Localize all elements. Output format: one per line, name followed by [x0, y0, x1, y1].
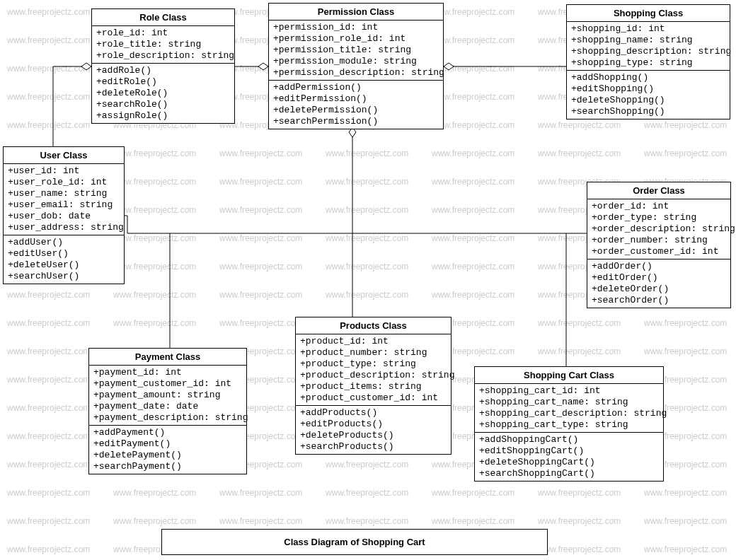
class-permission: Permission Class +permission_id: int+per…: [268, 3, 444, 129]
class-member: +user_id: int: [8, 165, 120, 177]
class-member: +user_address: string: [8, 222, 120, 233]
class-member: +order_description: string: [592, 223, 726, 235]
class-member: +searchUser(): [8, 271, 120, 282]
class-member: +permission_role_id: int: [273, 33, 439, 45]
class-member: +searchShopping(): [571, 106, 725, 117]
class-member: +role_title: string: [96, 39, 230, 50]
class-member: +searchProducts(): [300, 441, 447, 453]
class-member: +deleteOrder(): [592, 284, 726, 295]
attrs: +user_id: int+user_role_id: int+user_nam…: [4, 164, 124, 235]
ops: +addUser()+editUser()+deleteUser()+searc…: [4, 235, 124, 284]
attrs: +role_id: int+role_title: string+role_de…: [92, 26, 234, 64]
class-member: +shopping_description: string: [571, 46, 725, 57]
class-member: +editPermission(): [273, 93, 439, 105]
class-member: +assignRole(): [96, 110, 230, 122]
class-member: +addShoppingCart(): [479, 434, 659, 445]
class-member: +searchPayment(): [93, 461, 242, 472]
attrs: +order_id: int+order_type: string+order_…: [587, 199, 730, 259]
class-member: +deleteProducts(): [300, 430, 447, 441]
attrs: +permission_id: int+permission_role_id: …: [269, 21, 443, 81]
class-member: +shopping_cart_name: string: [479, 397, 659, 408]
class-member: +permission_module: string: [273, 56, 439, 67]
ops: +addShopping()+editShopping()+deleteShop…: [567, 71, 730, 119]
class-title: Order Class: [587, 182, 730, 199]
class-user: User Class +user_id: int+user_role_id: i…: [3, 146, 125, 284]
attrs: +payment_id: int+payment_customer_id: in…: [89, 366, 246, 426]
attrs: +product_id: int+product_number: string+…: [296, 334, 451, 406]
class-member: +addPermission(): [273, 82, 439, 93]
class-member: +role_id: int: [96, 28, 230, 39]
attrs: +shopping_id: int+shopping_name: string+…: [567, 22, 730, 71]
ops: +addProducts()+editProducts()+deleteProd…: [296, 406, 451, 454]
class-products: Products Class +product_id: int+product_…: [295, 317, 452, 455]
class-member: +deletePayment(): [93, 450, 242, 461]
class-title: Products Class: [296, 317, 451, 334]
class-title: Shopping Cart Class: [475, 367, 663, 384]
class-member: +searchShoppingCart(): [479, 468, 659, 479]
class-member: +product_customer_id: int: [300, 392, 447, 404]
class-member: +editOrder(): [592, 272, 726, 284]
class-member: +payment_id: int: [93, 367, 242, 378]
class-member: +shopping_name: string: [571, 35, 725, 46]
ops: +addOrder()+editOrder()+deleteOrder()+se…: [587, 259, 730, 308]
class-member: +product_id: int: [300, 336, 447, 347]
class-member: +searchRole(): [96, 99, 230, 110]
class-member: +addOrder(): [592, 261, 726, 272]
class-title: Permission Class: [269, 4, 443, 21]
class-member: +addShopping(): [571, 72, 725, 83]
class-member: +editUser(): [8, 248, 120, 259]
diagram-caption: Class Diagram of Shopping Cart: [161, 529, 548, 555]
class-member: +user_email: string: [8, 199, 120, 211]
class-member: +product_number: string: [300, 347, 447, 358]
class-member: +addProducts(): [300, 407, 447, 419]
class-member: +permission_id: int: [273, 22, 439, 33]
class-member: +deletePermission(): [273, 105, 439, 116]
class-title: User Class: [4, 147, 124, 164]
ops: +addPermission()+editPermission()+delete…: [269, 81, 443, 129]
class-member: +role_description: string: [96, 50, 230, 62]
class-member: +shopping_type: string: [571, 57, 725, 69]
class-member: +addRole(): [96, 65, 230, 76]
class-member: +user_name: string: [8, 188, 120, 199]
class-member: +product_description: string: [300, 370, 447, 381]
class-member: +order_type: string: [592, 212, 726, 223]
class-title: Role Class: [92, 9, 234, 26]
class-member: +order_customer_id: int: [592, 246, 726, 257]
class-member: +deleteShoppingCart(): [479, 457, 659, 468]
class-member: +payment_description: string: [93, 412, 242, 424]
class-member: +permission_title: string: [273, 45, 439, 56]
class-member: +payment_customer_id: int: [93, 378, 242, 390]
class-member: +order_number: string: [592, 235, 726, 246]
ops: +addPayment()+editPayment()+deletePaymen…: [89, 426, 246, 474]
class-member: +product_items: string: [300, 381, 447, 392]
class-member: +shopping_cart_description: string: [479, 408, 659, 419]
class-member: +editRole(): [96, 76, 230, 88]
class-member: +deleteShopping(): [571, 95, 725, 106]
class-payment: Payment Class +payment_id: int+payment_c…: [88, 348, 247, 474]
class-member: +user_role_id: int: [8, 177, 120, 188]
class-member: +deleteUser(): [8, 259, 120, 271]
class-member: +payment_amount: string: [93, 390, 242, 401]
class-member: +searchOrder(): [592, 295, 726, 306]
class-role: Role Class +role_id: int+role_title: str…: [91, 8, 235, 124]
class-member: +editShoppingCart(): [479, 445, 659, 457]
class-member: +addPayment(): [93, 427, 242, 438]
ops: +addRole()+editRole()+deleteRole()+searc…: [92, 64, 234, 123]
class-member: +shopping_cart_id: int: [479, 385, 659, 397]
class-member: +editShopping(): [571, 83, 725, 95]
class-order: Order Class +order_id: int+order_type: s…: [587, 182, 731, 308]
ops: +addShoppingCart()+editShoppingCart()+de…: [475, 433, 663, 481]
class-member: +shopping_id: int: [571, 23, 725, 35]
class-member: +permission_description: string: [273, 67, 439, 78]
class-member: +order_id: int: [592, 201, 726, 212]
class-member: +deleteRole(): [96, 88, 230, 99]
caption-text: Class Diagram of Shopping Cart: [284, 537, 425, 547]
class-member: +searchPermission(): [273, 116, 439, 127]
class-cart: Shopping Cart Class +shopping_cart_id: i…: [474, 366, 664, 482]
class-member: +addUser(): [8, 237, 120, 248]
class-title: Payment Class: [89, 349, 246, 366]
class-member: +payment_date: date: [93, 401, 242, 412]
class-member: +editProducts(): [300, 419, 447, 430]
class-member: +editPayment(): [93, 438, 242, 450]
attrs: +shopping_cart_id: int+shopping_cart_nam…: [475, 384, 663, 433]
